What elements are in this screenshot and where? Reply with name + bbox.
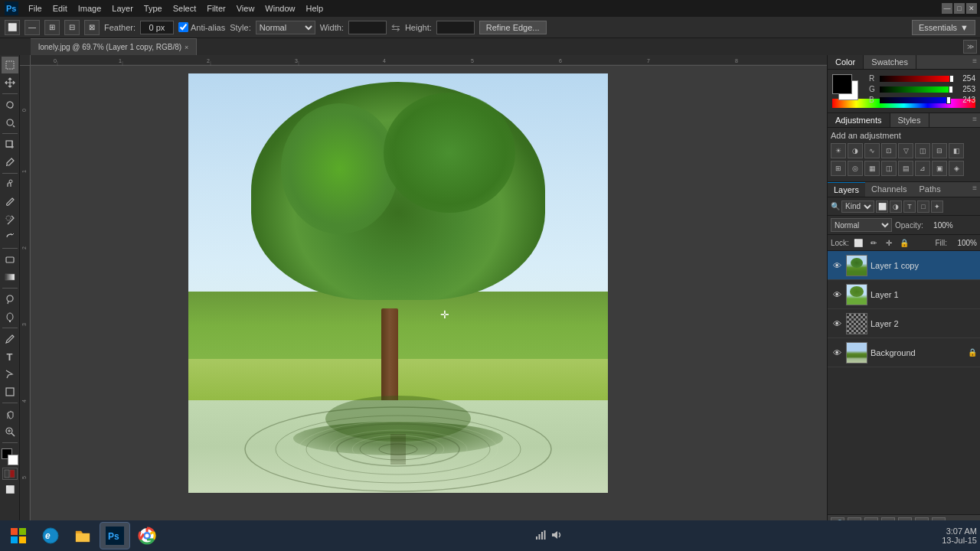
hand-tool[interactable] xyxy=(2,406,18,422)
threshold-icon[interactable]: ⊿ xyxy=(915,161,930,176)
workspace-selector[interactable]: Essentials ▼ xyxy=(912,20,975,35)
quick-selection-tool[interactable] xyxy=(2,114,18,131)
taskbar-files-button[interactable] xyxy=(67,522,98,549)
intersect-selection-icon[interactable]: ⊠ xyxy=(84,20,100,35)
path-selection-tool[interactable] xyxy=(2,366,18,383)
add-selection-icon[interactable]: ⊞ xyxy=(44,20,60,35)
refine-edge-button[interactable]: Refine Edge... xyxy=(479,21,547,34)
brightness-contrast-icon[interactable]: ☀ xyxy=(831,143,846,158)
gradient-tool[interactable] xyxy=(2,269,18,285)
height-input[interactable] xyxy=(436,21,475,34)
layer-visibility-layer1copy[interactable]: 👁 xyxy=(831,259,843,272)
shape-filter-icon[interactable]: □ xyxy=(917,201,929,213)
foreground-background-colors[interactable] xyxy=(2,448,18,465)
layer-row-layer2[interactable]: 👁 Layer 2 xyxy=(828,309,980,338)
type-tool[interactable]: T xyxy=(2,348,18,365)
foreground-swatch[interactable] xyxy=(832,74,852,94)
type-filter-icon[interactable]: T xyxy=(903,201,916,213)
taskbar-start-button[interactable] xyxy=(3,522,34,549)
channel-mixer-icon[interactable]: ◎ xyxy=(848,161,863,176)
menu-window[interactable]: Window xyxy=(260,2,300,15)
exposure-icon[interactable]: ⊡ xyxy=(881,143,897,158)
r-slider[interactable] xyxy=(880,76,951,82)
anti-alias-label[interactable]: Anti-alias xyxy=(178,22,225,32)
eraser-tool[interactable] xyxy=(2,251,18,268)
crop-tool[interactable] xyxy=(2,136,18,153)
layer-visibility-layer2[interactable]: 👁 xyxy=(831,318,843,330)
pen-tool[interactable] xyxy=(2,331,18,347)
hue-saturation-icon[interactable]: ◫ xyxy=(915,143,930,158)
layer-visibility-layer1[interactable]: 👁 xyxy=(831,289,843,301)
menu-filter[interactable]: Filter xyxy=(201,2,230,15)
single-row-icon[interactable]: — xyxy=(24,20,40,35)
screen-mode[interactable]: ⬜ xyxy=(2,481,18,497)
brush-tool[interactable] xyxy=(2,194,18,210)
feather-input[interactable] xyxy=(140,21,174,34)
lock-position-icon[interactable]: ✏ xyxy=(867,236,880,249)
spot-healing-brush-tool[interactable] xyxy=(2,176,18,193)
layer-row-layer1[interactable]: 👁 Layer 1 xyxy=(828,280,980,309)
selective-color-icon[interactable]: ◈ xyxy=(949,161,964,176)
subtract-selection-icon[interactable]: ⊟ xyxy=(64,20,80,35)
lock-full-icon[interactable]: 🔒 xyxy=(898,236,910,249)
history-brush-tool[interactable] xyxy=(2,229,18,246)
eyedropper-tool[interactable] xyxy=(2,154,18,171)
tab-channels[interactable]: Channels xyxy=(865,182,913,197)
rectangular-marquee-tool[interactable] xyxy=(2,57,18,73)
color-panel-menu[interactable]: ≡ xyxy=(969,55,980,69)
tab-close-button[interactable]: × xyxy=(185,44,188,51)
document-tab[interactable]: lonely.jpg @ 69.7% (Layer 1 copy, RGB/8)… xyxy=(31,38,197,55)
lock-all-icon[interactable]: ✛ xyxy=(883,236,895,249)
rectangle-shape-tool[interactable] xyxy=(2,383,18,400)
anti-alias-checkbox[interactable] xyxy=(178,22,188,32)
menu-image[interactable]: Image xyxy=(73,2,107,15)
black-white-icon[interactable]: ◧ xyxy=(949,143,964,158)
menu-type[interactable]: Type xyxy=(139,2,168,15)
pixel-filter-icon[interactable]: ⬜ xyxy=(876,201,888,213)
background-color[interactable] xyxy=(8,455,18,465)
menu-layer[interactable]: Layer xyxy=(106,2,139,15)
menu-select[interactable]: Select xyxy=(168,2,202,15)
panels-collapse-button[interactable]: ≫ xyxy=(963,40,977,54)
tab-paths[interactable]: Paths xyxy=(913,182,947,197)
opacity-value[interactable]: 100% xyxy=(926,221,953,230)
color-lookup-icon[interactable]: ▦ xyxy=(864,161,880,176)
filter-type-select[interactable]: Kind xyxy=(841,201,874,213)
taskbar-photoshop-button[interactable]: Ps xyxy=(100,522,130,549)
close-button[interactable]: ✕ xyxy=(966,3,977,14)
layer-row-layer1copy[interactable]: 👁 Layer 1 copy xyxy=(828,251,980,280)
taskbar-ie-button[interactable]: e xyxy=(35,522,66,549)
width-input[interactable] xyxy=(348,21,387,34)
fill-value[interactable]: 100% xyxy=(950,239,977,247)
photo-filter-icon[interactable]: ⊞ xyxy=(831,161,846,176)
tab-styles[interactable]: Styles xyxy=(890,113,929,127)
curves-icon[interactable]: ∿ xyxy=(864,143,880,158)
clone-stamp-tool[interactable] xyxy=(2,211,18,228)
menu-edit[interactable]: Edit xyxy=(47,2,73,15)
style-select[interactable]: Normal Fixed Ratio Fixed Size xyxy=(256,21,315,34)
dodge-tool[interactable] xyxy=(2,308,18,325)
restore-button[interactable]: □ xyxy=(954,3,965,14)
minimize-button[interactable]: — xyxy=(942,3,952,14)
blend-mode-select[interactable]: Normal xyxy=(831,218,892,232)
menu-help[interactable]: Help xyxy=(300,2,328,15)
tab-color[interactable]: Color xyxy=(828,55,864,69)
menu-file[interactable]: File xyxy=(23,2,47,15)
menu-view[interactable]: View xyxy=(231,2,260,15)
tab-adjustments[interactable]: Adjustments xyxy=(828,113,890,127)
vibrance-icon[interactable]: ▽ xyxy=(898,143,913,158)
taskbar-chrome-button[interactable] xyxy=(132,522,162,549)
zoom-tool[interactable] xyxy=(2,423,18,440)
blur-tool[interactable] xyxy=(2,291,18,308)
gradient-map-icon[interactable]: ▣ xyxy=(932,161,947,176)
b-slider[interactable] xyxy=(880,97,951,103)
posterize-icon[interactable]: ▤ xyxy=(898,161,913,176)
quick-mask-mode[interactable] xyxy=(2,468,18,480)
smart-filter-icon[interactable]: ✦ xyxy=(931,201,943,213)
invert-icon[interactable]: ◫ xyxy=(881,161,897,176)
levels-icon[interactable]: ◑ xyxy=(848,143,863,158)
adjustments-panel-menu[interactable]: ≡ xyxy=(969,113,980,127)
tab-swatches[interactable]: Swatches xyxy=(864,55,916,69)
move-tool[interactable] xyxy=(2,74,18,91)
adjustment-filter-icon[interactable]: ◑ xyxy=(890,201,902,213)
